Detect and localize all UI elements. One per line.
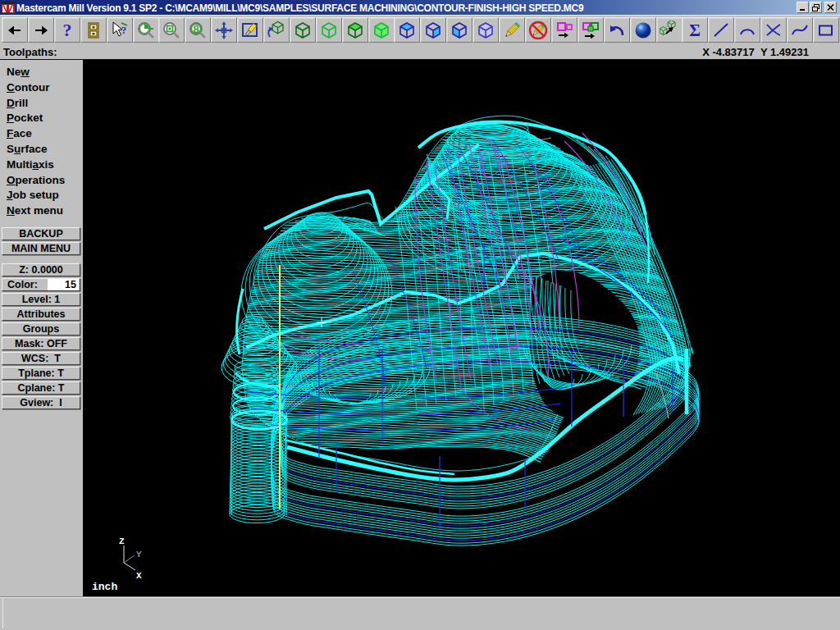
svg-text:X: X [136, 571, 142, 581]
svg-text:Y: Y [136, 550, 142, 559]
svg-text:Z: Z [119, 536, 125, 546]
svg-text:?: ? [121, 24, 127, 36]
svg-text:Σ: Σ [689, 21, 701, 40]
svg-text:?: ? [63, 21, 72, 40]
